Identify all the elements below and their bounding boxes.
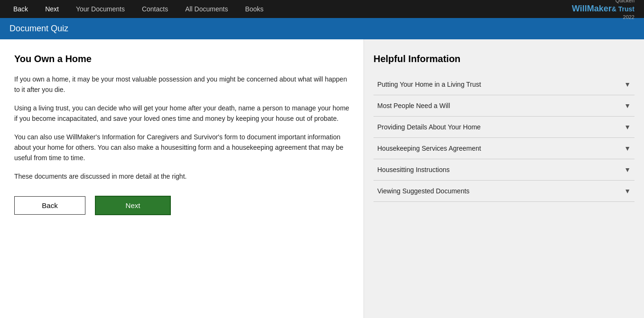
nav-books-button[interactable]: Books (236, 0, 272, 18)
info-item-arrow: ▼ (624, 166, 631, 173)
nav-back-button[interactable]: Back (5, 0, 37, 18)
info-item-label: Housesitting Instructions (377, 166, 450, 173)
brand-logo: Quicken WillMaker& Trust 2022 (572, 0, 639, 20)
helpful-info-heading: Helpful Information (373, 54, 635, 64)
page-header: Document Quiz (0, 18, 644, 39)
info-item-arrow: ▼ (624, 123, 631, 131)
info-item[interactable]: Housekeeping Services Agreement▼ (373, 138, 635, 159)
info-item[interactable]: Most People Need a Will▼ (373, 95, 635, 117)
brand-year: 2022 (572, 14, 635, 20)
info-item-arrow: ▼ (624, 81, 631, 88)
info-item-label: Viewing Suggested Documents (377, 187, 469, 195)
main-content: You Own a Home If you own a home, it may… (0, 39, 644, 318)
info-item-arrow: ▼ (624, 187, 631, 195)
next-button[interactable]: Next (95, 196, 171, 215)
left-panel: You Own a Home If you own a home, it may… (0, 39, 364, 318)
top-navigation: Back Next Your Documents Contacts All Do… (0, 0, 644, 18)
paragraph-3: You can also use WillMaker's Information… (14, 132, 349, 164)
paragraph-1: If you own a home, it may be your most v… (14, 74, 349, 95)
info-item-arrow: ▼ (624, 102, 631, 109)
info-items-list: Putting Your Home in a Living Trust▼Most… (373, 74, 635, 202)
page-title: Document Quiz (9, 24, 68, 33)
info-item[interactable]: Providing Details About Your Home▼ (373, 117, 635, 138)
nav-next-button[interactable]: Next (37, 0, 67, 18)
page-heading: You Own a Home (14, 54, 349, 64)
nav-all-documents-button[interactable]: All Documents (177, 0, 236, 18)
info-item[interactable]: Viewing Suggested Documents▼ (373, 181, 635, 202)
nav-contacts-button[interactable]: Contacts (133, 0, 177, 18)
right-panel: Helpful Information Putting Your Home in… (364, 39, 644, 318)
paragraph-2: Using a living trust, you can decide who… (14, 103, 349, 124)
button-row: Back Next (14, 196, 349, 215)
info-item-label: Putting Your Home in a Living Trust (377, 81, 481, 88)
info-item-label: Providing Details About Your Home (377, 123, 481, 131)
back-button[interactable]: Back (14, 196, 85, 215)
nav-your-documents-button[interactable]: Your Documents (67, 0, 133, 18)
brand-willmaker: WillMaker& Trust (572, 4, 635, 14)
info-item-arrow: ▼ (624, 145, 631, 152)
nav-left: Back Next Your Documents Contacts All Do… (5, 0, 272, 18)
paragraph-4: These documents are discussed in more de… (14, 171, 349, 182)
info-item-label: Housekeeping Services Agreement (377, 145, 481, 152)
brand-quicken: Quicken (572, 0, 635, 4)
info-item[interactable]: Putting Your Home in a Living Trust▼ (373, 74, 635, 95)
info-item-label: Most People Need a Will (377, 102, 450, 109)
info-item[interactable]: Housesitting Instructions▼ (373, 159, 635, 181)
